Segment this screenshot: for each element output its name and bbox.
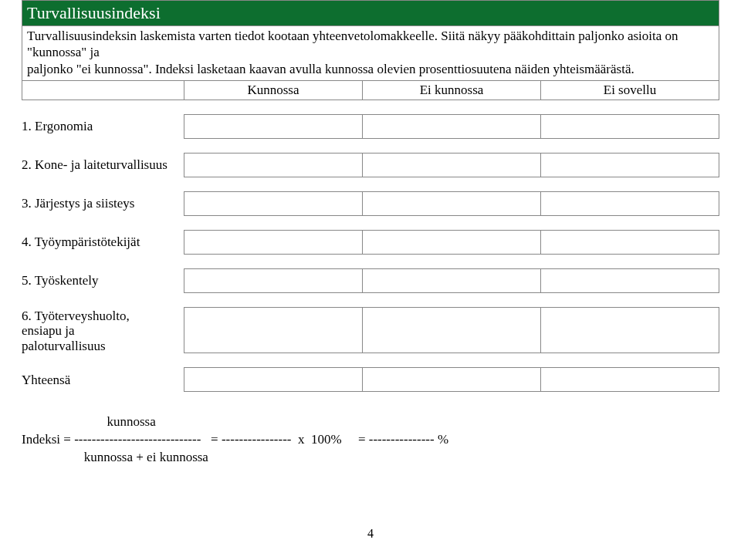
row-cells	[184, 307, 719, 354]
page-number: 4	[22, 527, 719, 541]
cell	[363, 368, 541, 391]
intro-text: Turvallisuusindeksin laskemista varten t…	[22, 25, 719, 81]
intro-line-1: Turvallisuusindeksin laskemista varten t…	[27, 29, 678, 59]
row-cells	[184, 191, 719, 216]
cell	[541, 115, 719, 138]
table-row: Yhteensä	[22, 367, 719, 392]
cell	[363, 192, 541, 215]
intro-line-2: paljonko "ei kunnossa". Indeksi lasketaa…	[27, 62, 634, 76]
cell	[363, 153, 541, 177]
row-label: 3. Järjestys ja siisteys	[22, 191, 184, 216]
cell	[541, 153, 719, 177]
cell	[184, 192, 363, 215]
header-ei-kunnossa: Ei kunnossa	[363, 81, 541, 100]
row-cells	[184, 114, 719, 139]
table-row: 3. Järjestys ja siisteys	[22, 191, 719, 216]
page-title: Turvallisuusindeksi	[22, 0, 719, 25]
cell	[363, 269, 541, 292]
row-label: 5. Työskentely	[22, 268, 184, 293]
row-cells	[184, 230, 719, 255]
cell	[541, 231, 719, 254]
category-rows: 1. Ergonomia2. Kone- ja laiteturvallisuu…	[22, 114, 719, 393]
header-kunnossa: Kunnossa	[184, 81, 363, 100]
header-ei-sovellu: Ei sovellu	[541, 81, 719, 100]
cell	[184, 308, 363, 353]
cell	[184, 115, 363, 138]
cell	[363, 308, 541, 353]
cell	[541, 192, 719, 215]
cell	[363, 115, 541, 138]
cell	[363, 231, 541, 254]
row-cells	[184, 268, 719, 293]
row-label: Yhteensä	[22, 367, 184, 392]
row-cells	[184, 367, 719, 392]
cell	[541, 368, 719, 391]
row-label: 6. Työterveyshuolto, ensiapu ja paloturv…	[22, 307, 184, 354]
row-label: 2. Kone- ja laiteturvallisuus	[22, 153, 184, 177]
cell	[541, 269, 719, 292]
table-row: 6. Työterveyshuolto, ensiapu ja paloturv…	[22, 307, 719, 354]
row-label: 1. Ergonomia	[22, 114, 184, 139]
header-spacer	[22, 81, 184, 100]
cell	[184, 153, 363, 177]
table-row: 4. Työympäristötekijät	[22, 230, 719, 255]
cell	[184, 368, 363, 391]
row-label: 4. Työympäristötekijät	[22, 230, 184, 255]
table-row: 5. Työskentely	[22, 268, 719, 293]
cell	[184, 269, 363, 292]
table-row: 2. Kone- ja laiteturvallisuus	[22, 153, 719, 177]
column-headers: Kunnossa Ei kunnossa Ei sovellu	[22, 81, 719, 100]
row-cells	[184, 153, 719, 177]
table-row: 1. Ergonomia	[22, 114, 719, 139]
index-formula: kunnossa Indeksi = ---------------------…	[22, 413, 719, 467]
cell	[184, 231, 363, 254]
cell	[541, 308, 719, 353]
